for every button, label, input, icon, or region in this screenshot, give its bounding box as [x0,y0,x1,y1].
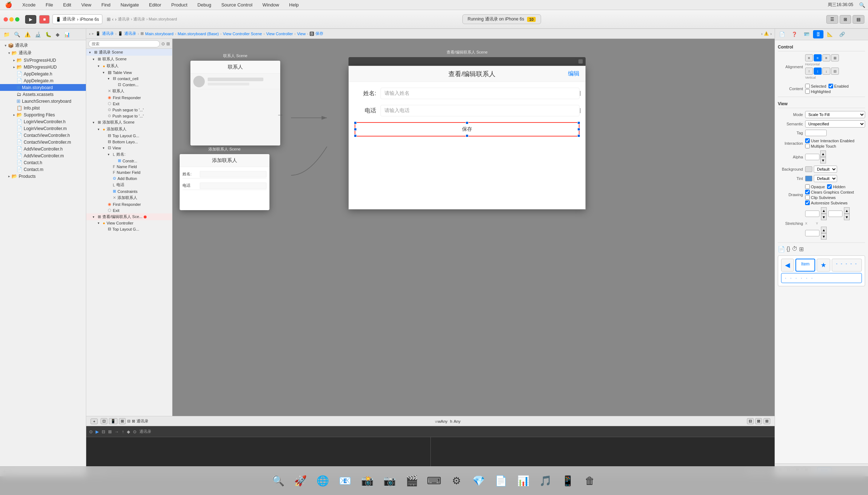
close-button[interactable] [4,17,8,22]
stretch-y[interactable]: 0 [828,211,842,217]
add-button-item[interactable]: ⊙ Add Button [86,175,172,181]
selected-checkbox[interactable] [805,84,810,88]
toolbar-icon-2[interactable]: ⊠ [132,419,135,424]
exit-addlianxi-view[interactable]: ✕ 添加联系人 [86,194,172,201]
clip-subviews-checkbox[interactable] [805,195,810,200]
expand-arrow[interactable]: ▾ [103,71,108,74]
menu-find[interactable]: Find [99,1,112,8]
vc-addlianxi[interactable]: ▾ ● 添加联系人 [86,126,172,133]
supporting-files-item[interactable]: ▸ 📂 Supporting Files [0,111,86,118]
table-view-item[interactable]: ▾ ▤ Table View [86,69,172,75]
edit-button[interactable]: 编辑 [568,70,580,78]
expand-arrow[interactable]: ▾ [98,128,103,131]
filter-icon[interactable]: ⊙ [161,41,165,46]
dock-system-prefs[interactable]: ⚙ [446,471,467,491]
clip-subviews-label[interactable]: Clip Subviews [805,195,854,200]
scene-add-frame[interactable]: 添加联系人 姓名: 电话 [180,154,269,210]
grid-icon[interactable]: ⊞ [107,17,111,22]
user-interaction-label[interactable]: User Interaction Enabled [805,138,854,143]
align-center-h-btn[interactable]: ≡ [814,54,822,61]
first-responder-1[interactable]: ◉ First Responder [86,94,172,101]
hidden-checkbox[interactable] [827,184,832,189]
mode-select[interactable]: Scale To Fill [805,111,865,118]
menu-navigate[interactable]: Navigate [118,1,141,8]
handle-tr[interactable] [577,121,580,124]
handle-t[interactable] [466,121,468,124]
debug-nav-icon[interactable]: 🐛 [44,31,53,38]
view-item[interactable]: ▾ ⊡ View [86,145,172,151]
expand-arrow[interactable]: ▾ [93,215,98,219]
semantic-select[interactable]: Unspecified [805,120,865,128]
selected-label[interactable]: Selected [805,84,826,88]
identity-inspector-tab[interactable]: 🪪 [801,30,812,38]
debug-pause-icon[interactable]: ⊟ [102,429,105,434]
handle-b[interactable] [466,134,468,137]
first-responder-2[interactable]: ◉ First Responder [86,201,172,207]
autoresize-label[interactable]: Autoresize Subviews [805,200,854,205]
add-constraint-button[interactable]: + [91,418,98,424]
contact-h-item[interactable]: 📄 Contact.h [0,159,86,166]
report-nav-icon[interactable]: 📊 [63,31,71,38]
dock-mail[interactable]: 📧 [334,471,355,491]
menu-view[interactable]: View [79,1,93,8]
label-dianhua[interactable]: L 电话 [86,181,172,188]
scene-tongxunlu[interactable]: ▾ ⊞ 通讯录 Scene [86,49,172,56]
menu-window[interactable]: Window [260,1,281,8]
stretch-x[interactable]: 0 [805,211,819,217]
debug-step-out-icon[interactable]: ↑ [122,429,124,434]
y-up[interactable]: ▲ [844,207,850,214]
background-color-swatch[interactable] [805,166,812,172]
scene-frame[interactable]: 联系人 [190,61,280,145]
align-center-v-btn[interactable]: ↕ [814,68,822,75]
tab-dots2-item[interactable]: · · · · · · [781,273,862,283]
forward-nav-icon[interactable]: › [115,17,116,22]
y-down[interactable]: ▼ [844,214,850,220]
search-nav-icon[interactable]: 🔍 [13,31,22,38]
handle-mr[interactable] [577,128,580,131]
exit-2[interactable]: ⬡ Exit [86,207,172,213]
clears-graphics-checkbox[interactable] [805,190,810,194]
quick-help-tab[interactable]: ❓ [789,30,800,38]
addvc-h-item[interactable]: 📄 AddViewController.h [0,145,86,152]
bracket-icon[interactable]: {} [786,246,790,253]
dock-pages[interactable]: 📄 [490,471,511,491]
breadcrumb-item-2[interactable]: 通讯录 [124,31,136,36]
phone-frame[interactable]: 查看/编辑联系人 编辑 姓名: 请输入姓名 [348,66,586,209]
dock-powerpoint[interactable]: 📊 [513,471,534,491]
save-button-selected[interactable]: 保存 [355,122,580,137]
vc-lianxiren[interactable]: ▾ ● 联系人 [86,63,172,69]
debug-toggle-icon[interactable]: ⊙ [89,429,93,434]
enabled-checkbox[interactable] [828,84,833,88]
appdelegate-m-item[interactable]: 📄 AppDelegate.m [0,77,86,84]
contactvc-m-item[interactable]: 📄 ContactViewController.m [0,139,86,145]
minimize-button[interactable] [9,17,14,22]
orient-btn[interactable]: ⊞ [119,418,126,424]
tint-color-swatch[interactable] [805,176,812,181]
hidden-label[interactable]: Hidden [827,184,845,189]
expand-arrow[interactable]: ▾ [108,153,113,156]
main-storyboard-item[interactable]: ⊞ Main.storyboard [0,84,86,91]
breadcrumb-item-3[interactable]: Main.storyboard [145,32,174,36]
scene-lianxiren[interactable]: ▾ ⊞ 联系人 Scene [86,56,172,63]
zoom-fit-btn[interactable]: ⊠ [755,418,762,424]
breadcrumb-item-5[interactable]: View Controller Scene [223,32,262,36]
user-interaction-checkbox[interactable] [805,138,810,143]
layout-btn[interactable]: ⊡ [101,418,107,424]
stop-button[interactable]: ■ [39,15,50,24]
size-inspector-tab[interactable]: 📐 [824,30,836,38]
device-btn[interactable]: 📱 [109,418,117,424]
clock-inspector-icon[interactable]: ⏱ [792,246,798,253]
nav-right-icon[interactable]: › [770,32,772,36]
appdelegate-h-item[interactable]: 📄 AppDelegate.h [0,70,86,77]
handle-br[interactable] [577,134,580,137]
resize-handle[interactable] [578,59,583,64]
scene-addjianxi[interactable]: ▾ ⊞ 添加联系人 Scene [86,119,172,126]
expand-arrow[interactable]: ▸ [11,58,17,62]
file-inspector-tab[interactable]: 📄 [776,30,788,38]
products-item[interactable]: ▸ 📂 Products [0,173,86,180]
dock-sketch[interactable]: 💎 [468,471,489,491]
run-button[interactable]: ▶ [25,15,36,24]
dock-finder[interactable]: 🔍 [268,471,288,491]
breadcrumb-item-8[interactable]: 保存 [315,31,323,36]
expand-arrow[interactable]: ▾ [98,64,103,68]
